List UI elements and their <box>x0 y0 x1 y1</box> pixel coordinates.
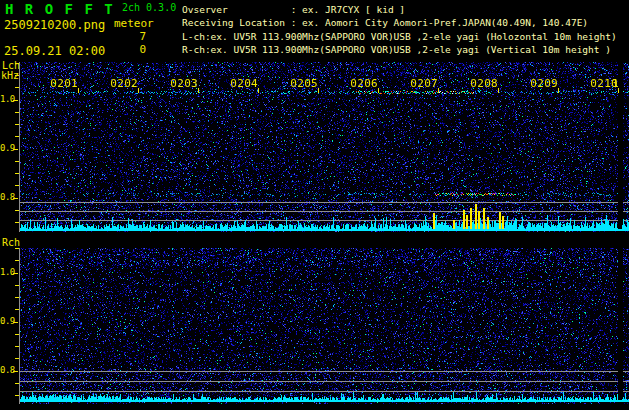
freq-minor-tick <box>15 395 19 396</box>
freq-minor-tick <box>15 358 19 359</box>
freq-tick-label: 0.8 <box>0 365 13 375</box>
time-tick <box>258 88 259 93</box>
freq-tick-label: 1.0 <box>0 267 13 277</box>
time-tick-label: 0201 <box>48 77 78 90</box>
freq-minor-tick <box>15 63 19 64</box>
meteor-count-lch: 7 <box>118 31 146 43</box>
freq-minor-tick <box>15 112 19 113</box>
freq-major-tick <box>13 371 18 372</box>
app-version: 2ch 0.3.0 <box>122 3 176 14</box>
freq-minor-tick <box>15 136 19 137</box>
meteor-count-label: meteor <box>114 18 154 30</box>
hrofft-spectrogram-window: H R O F F T 2ch 0.3.0 2509210200.png met… <box>0 0 629 410</box>
freq-minor-tick <box>15 185 19 186</box>
time-tick <box>198 88 199 93</box>
freq-tick-label: 1.0 <box>0 94 13 104</box>
freq-minor-tick <box>15 346 19 347</box>
freq-minor-tick <box>15 383 19 384</box>
freq-minor-tick <box>15 210 19 211</box>
freq-major-tick <box>13 149 18 150</box>
time-tick <box>78 88 79 93</box>
time-tick-label: 0209 <box>528 77 558 90</box>
freq-major-tick <box>13 273 18 274</box>
time-tick-label: 0203 <box>168 77 198 90</box>
freq-minor-tick <box>15 297 19 298</box>
khz-unit-label: kHz <box>1 71 19 82</box>
time-tick <box>138 88 139 93</box>
time-tick-label: 0208 <box>468 77 498 90</box>
freq-minor-tick <box>15 285 19 286</box>
station-info-block: Ovserver : ex. JR7CYX [ kid ] Receiving … <box>182 3 617 56</box>
freq-minor-tick <box>15 75 19 76</box>
time-tick-label: 0207 <box>408 77 438 90</box>
rch-panel-label: Rch <box>2 238 20 249</box>
freq-minor-tick <box>15 222 19 223</box>
freq-minor-tick <box>15 248 19 249</box>
output-filename: 2509210200.png <box>4 19 105 32</box>
rch-spectrogram-canvas <box>20 248 629 404</box>
time-tick <box>318 88 319 93</box>
freq-minor-tick <box>15 173 19 174</box>
freq-major-tick <box>13 198 18 199</box>
time-tick <box>438 88 439 93</box>
time-tick-label-partial: 1 <box>609 77 619 90</box>
time-tick-label: 0202 <box>108 77 138 90</box>
freq-minor-tick <box>15 87 19 88</box>
time-tick <box>378 88 379 93</box>
freq-major-tick <box>13 322 18 323</box>
time-tick-label: 0206 <box>348 77 378 90</box>
meteor-count-rch: 0 <box>118 44 146 56</box>
observation-datetime: 25.09.21 02:00 <box>4 45 105 58</box>
freq-major-tick <box>13 100 18 101</box>
freq-tick-label: 0.8 <box>0 192 13 202</box>
freq-minor-tick <box>15 260 19 261</box>
freq-minor-tick <box>15 309 19 310</box>
freq-tick-label: 0.9 <box>0 316 13 326</box>
time-tick-label: 0204 <box>228 77 258 90</box>
time-tick-label: 0205 <box>288 77 318 90</box>
freq-minor-tick <box>15 124 19 125</box>
time-tick <box>558 88 559 93</box>
freq-minor-tick <box>15 161 19 162</box>
app-title: H R O F F T <box>5 2 114 17</box>
freq-tick-label: 0.9 <box>0 143 13 153</box>
freq-minor-tick <box>15 334 19 335</box>
time-tick <box>498 88 499 93</box>
